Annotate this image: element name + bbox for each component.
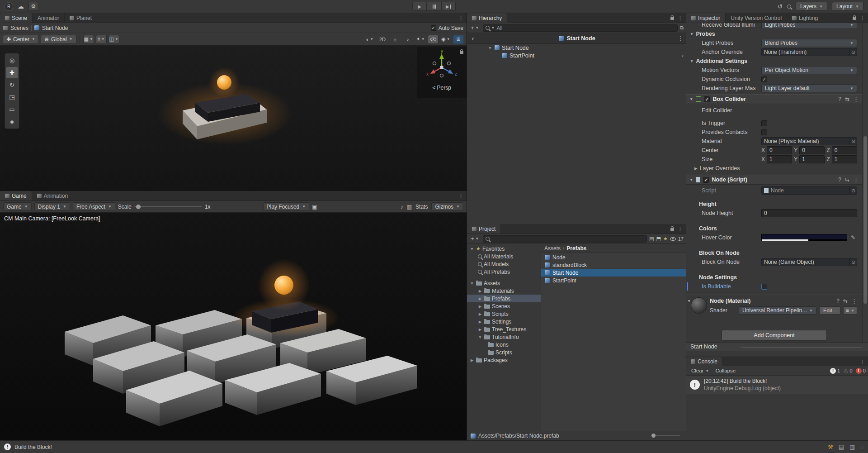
foldout-arrow-icon[interactable]: ▼	[478, 335, 482, 339]
help-icon[interactable]: ?	[836, 298, 840, 304]
size-x-input[interactable]: 1	[767, 155, 792, 163]
eyedropper-icon[interactable]: ✎	[849, 234, 857, 241]
inspector-scrollbar[interactable]	[862, 23, 868, 342]
prefab-title[interactable]: Start Node	[476, 35, 678, 42]
panel-menu-icon[interactable]: ⋮	[458, 14, 464, 21]
snap-increment-dropdown[interactable]: #▼	[96, 35, 107, 44]
add-component-button[interactable]: Add Component	[722, 330, 827, 341]
asset-preview-bar[interactable]: Start Node	[686, 342, 868, 351]
game-view-mode-dropdown[interactable]: Game▼	[3, 202, 32, 211]
size-z-input[interactable]: 1	[832, 155, 857, 163]
game-viewport[interactable]: CM Main Camera: [FreeLook Camera]	[0, 213, 467, 440]
material-preview-sphere[interactable]	[691, 297, 707, 314]
save-search-star-icon[interactable]: ★	[663, 236, 668, 242]
window-popout-icon[interactable]: ⧉	[680, 25, 684, 31]
script-field[interactable]: Node⊙	[761, 186, 857, 195]
camera-settings-dropdown[interactable]: ◉▼	[440, 35, 451, 44]
lock-icon[interactable]	[670, 228, 674, 231]
help-icon[interactable]: ?	[838, 176, 841, 183]
projection-mode-label[interactable]: < Persp	[432, 85, 451, 91]
scale-slider[interactable]	[134, 206, 202, 207]
anchor-override-field[interactable]: None (Transform)⊙	[761, 48, 857, 56]
tab-unity-version-control[interactable]: Unity Version Control	[726, 13, 787, 23]
audio-toggle[interactable]: ♪	[402, 35, 413, 44]
y-axis-label[interactable]: y	[441, 49, 443, 54]
folder-scenes[interactable]: ▶Scenes	[467, 302, 541, 310]
component-menu-icon[interactable]: ⋮	[851, 298, 857, 305]
foldout-arrow-icon[interactable]: ▶	[470, 358, 474, 362]
node-height-input[interactable]: 0	[761, 209, 857, 217]
layers-dropdown[interactable]: Layers▼	[796, 2, 827, 11]
pause-button[interactable]	[427, 2, 441, 11]
shader-edit-button[interactable]: Edit...	[819, 306, 840, 315]
create-button[interactable]: +▼	[469, 235, 481, 242]
panel-menu-icon[interactable]: ⋮	[859, 14, 865, 21]
motion-vectors-dropdown[interactable]: Per Object Motion▼	[761, 66, 857, 74]
undo-history-icon[interactable]: ↺	[778, 3, 783, 10]
orientation-gizmo[interactable]: y x z < Persp	[417, 47, 467, 98]
tab-game[interactable]: Game	[0, 191, 32, 200]
foldout-arrow-icon[interactable]: ▼	[687, 299, 691, 303]
compile-spinner-icon[interactable]: ◌	[860, 443, 864, 450]
play-focused-dropdown[interactable]: Play Focused▼	[263, 202, 310, 211]
hierarchy-row-start-node[interactable]: ▼ Start Node	[467, 44, 686, 52]
hierarchy-row-startpoint[interactable]: StartPoint ›	[467, 52, 686, 59]
search-by-type-icon[interactable]: ▤	[649, 236, 654, 242]
foldout-arrow-icon[interactable]: ▶	[478, 296, 482, 301]
rect-tool-button[interactable]: ▭	[6, 104, 18, 115]
center-y-input[interactable]: 0	[799, 146, 825, 154]
object-picker-icon[interactable]: ⊙	[849, 187, 857, 194]
physic-material-field[interactable]: None (Physic Material)⊙	[761, 137, 857, 145]
folder-prefabs[interactable]: ▶Prefabs	[467, 295, 541, 302]
tab-project[interactable]: Project	[467, 224, 501, 234]
transform-tool-button[interactable]: ◈	[6, 116, 18, 127]
material-header[interactable]: Node (Material) ?⇆⋮	[710, 296, 857, 305]
rotate-tool-button[interactable]: ↻	[6, 79, 18, 91]
layout-dropdown[interactable]: Layout▼	[832, 2, 863, 11]
foldout-arrow-icon[interactable]: ▶	[478, 304, 482, 309]
favorites-root[interactable]: ▼★Favorites	[467, 245, 541, 253]
prefab-back-button[interactable]: ‹	[469, 35, 476, 42]
metrics-icon[interactable]: ▥	[407, 204, 412, 210]
grid-snapping-dropdown[interactable]: ◫▼	[108, 35, 119, 44]
account-button[interactable]: R	[5, 2, 13, 11]
open-prefab-arrow[interactable]: ›	[682, 52, 684, 59]
effects-dropdown[interactable]: ✦▼	[415, 35, 426, 44]
capture-icon[interactable]: ▣	[312, 204, 317, 210]
center-z-input[interactable]: 0	[832, 146, 857, 154]
panel-menu-icon[interactable]: ⋮	[677, 14, 683, 21]
foldout-arrow-icon[interactable]: ▼	[488, 46, 492, 50]
search-by-label-icon[interactable]: ⬒	[656, 236, 660, 242]
shading-mode-dropdown[interactable]: ◐▼	[364, 35, 375, 44]
is-trigger-checkbox[interactable]	[761, 120, 767, 126]
presets-icon[interactable]: ⇆	[845, 96, 849, 102]
foldout-arrow-icon[interactable]: ▼	[689, 97, 693, 101]
object-picker-icon[interactable]: ⊙	[849, 258, 857, 266]
collapse-toggle[interactable]: Collapse	[712, 367, 738, 375]
hover-color-swatch[interactable]	[761, 234, 847, 241]
scene-viewport[interactable]: ◎ ✚ ↻ ◳ ▭ ◈	[0, 46, 467, 191]
step-button[interactable]: ▶	[441, 2, 456, 11]
component-enabled-checkbox[interactable]	[704, 96, 710, 102]
folder-settings[interactable]: ▶Settings	[467, 318, 541, 325]
probes-foldout[interactable]: ▼Probes	[686, 29, 862, 38]
component-menu-icon[interactable]: ⋮	[853, 176, 859, 183]
scrollbar-thumb[interactable]	[863, 136, 867, 304]
foldout-arrow-icon[interactable]: ▶	[478, 327, 482, 332]
layer-overrides-foldout[interactable]: ▶Layer Overrides	[686, 164, 862, 173]
z-axis-label[interactable]: z	[455, 72, 457, 76]
breadcrumb-current[interactable]: Start Node	[42, 25, 68, 31]
box-collider-header[interactable]: ▼ Box Collider ?⇆⋮	[686, 94, 862, 104]
grid-visibility-dropdown[interactable]: ▦▼	[83, 35, 94, 44]
tab-inspector[interactable]: Inspector	[686, 13, 726, 23]
file-start-node[interactable]: Start Node	[541, 269, 686, 277]
foldout-arrow-icon[interactable]: ▼	[689, 177, 693, 182]
help-icon[interactable]: ?	[838, 96, 841, 102]
packages-root[interactable]: ▶Packages	[467, 356, 541, 364]
component-enabled-checkbox[interactable]	[703, 177, 709, 183]
favorite-all-materials[interactable]: All Materials	[467, 253, 541, 260]
node-script-header[interactable]: ▼ Node (Script) ?⇆⋮	[686, 175, 862, 185]
shader-menu-button[interactable]: ≡▼	[843, 306, 857, 315]
favorite-all-models[interactable]: All Models	[467, 260, 541, 268]
foldout-arrow-icon[interactable]: ▶	[478, 312, 482, 316]
